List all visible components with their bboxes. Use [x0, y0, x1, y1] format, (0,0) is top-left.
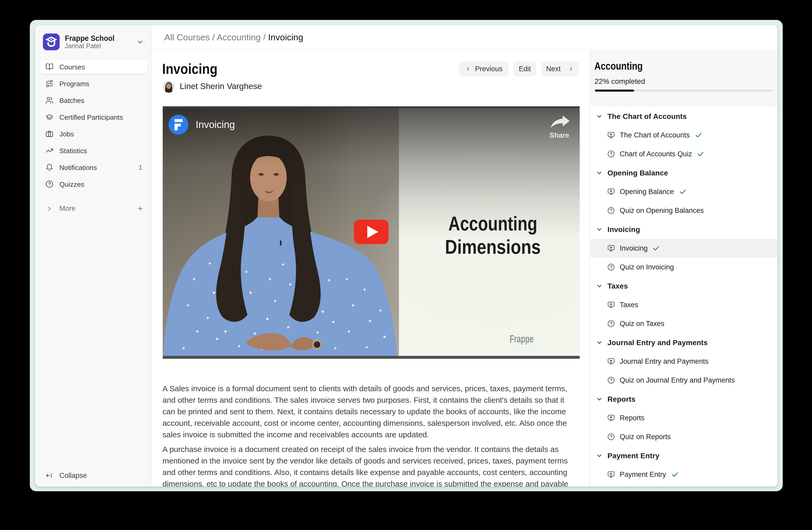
svg-text:Frappe: Frappe [509, 333, 533, 344]
svg-text:Invoicing: Invoicing [195, 119, 235, 130]
svg-text:Share: Share [549, 131, 569, 139]
